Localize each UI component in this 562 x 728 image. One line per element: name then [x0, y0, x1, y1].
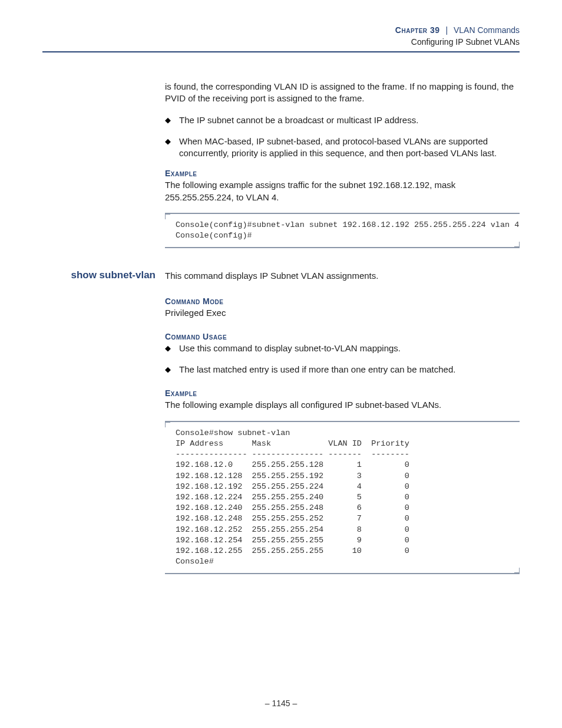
command-details-column: Command Mode Privileged Exec Command Usa… [165, 297, 520, 575]
example-desc: The following example assigns traffic fo… [165, 179, 520, 203]
code-content: Console#show subnet-vlan IP Address Mask… [176, 428, 520, 568]
page-number: – 1145 – [0, 699, 562, 708]
usage-bullet-list: Use this command to display subnet-to-VL… [165, 342, 520, 376]
page-header: Chapter 39 | VLAN Commands Configuring I… [42, 25, 520, 48]
header-subtitle: Configuring IP Subnet VLANs [42, 37, 520, 48]
command-desc: This command displays IP Subnet VLAN ass… [165, 269, 520, 282]
command-mode-block: Command Mode Privileged Exec [165, 297, 520, 319]
list-item: The IP subnet cannot be a broadcast or m… [165, 114, 520, 126]
list-item: Use this command to display subnet-to-VL… [165, 342, 520, 354]
list-item: When MAC-based, IP subnet-based, and pro… [165, 136, 520, 160]
intro-column: is found, the corresponding VLAN ID is a… [165, 81, 520, 248]
example-block-1: Example The following example assigns tr… [165, 169, 520, 248]
page: Chapter 39 | VLAN Commands Configuring I… [0, 0, 562, 728]
content: is found, the corresponding VLAN ID is a… [42, 81, 520, 574]
example-label: Example [165, 388, 520, 398]
code-block: Console#show subnet-vlan IP Address Mask… [165, 421, 520, 575]
command-mode-value: Privileged Exec [165, 307, 520, 319]
chapter-label: Chapter 39 [395, 25, 440, 35]
command-usage-block: Command Usage Use this command to displa… [165, 332, 520, 376]
command-row: show subnet-vlan This command displays I… [42, 269, 520, 282]
command-usage-label: Command Usage [165, 332, 520, 341]
header-line-1: Chapter 39 | VLAN Commands [42, 25, 520, 37]
header-rule [42, 51, 520, 52]
intro-paragraph: is found, the corresponding VLAN ID is a… [165, 81, 520, 105]
chapter-title: VLAN Commands [454, 25, 520, 35]
example-desc: The following example displays all confi… [165, 399, 520, 411]
list-item: The last matched entry is used if more t… [165, 364, 520, 375]
intro-bullet-list: The IP subnet cannot be a broadcast or m… [165, 114, 520, 160]
code-block: Console(config)#subnet-vlan subnet 192.1… [165, 213, 520, 248]
example-label: Example [165, 169, 520, 178]
code-content: Console(config)#subnet-vlan subnet 192.1… [176, 220, 520, 241]
header-separator: | [442, 25, 451, 35]
command-mode-label: Command Mode [165, 297, 520, 306]
example-block-2: Example The following example displays a… [165, 388, 520, 574]
command-name: show subnet-vlan [42, 269, 165, 281]
